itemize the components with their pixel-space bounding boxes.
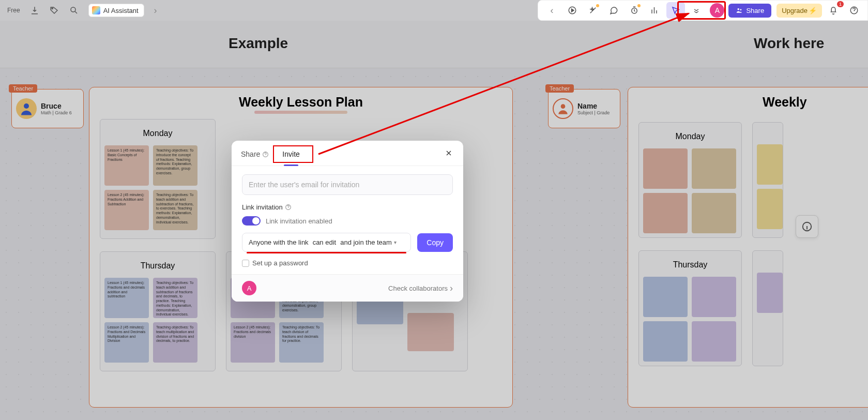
- toggle-label: Link invitation enabled: [266, 217, 332, 225]
- tag-icon[interactable]: [46, 2, 63, 19]
- user-avatar[interactable]: A: [710, 3, 724, 18]
- help-icon[interactable]: [845, 2, 863, 19]
- link-invitation-label: Link invitation: [242, 203, 453, 211]
- access-join: and join the team: [340, 238, 392, 246]
- comment-icon[interactable]: [604, 2, 623, 19]
- help-circle-icon: [285, 204, 292, 211]
- check-collaborators-label: Check collaborators: [388, 284, 448, 292]
- tab-share-label: Share: [241, 150, 260, 158]
- svg-point-4: [738, 8, 740, 10]
- play-icon[interactable]: [563, 2, 582, 19]
- svg-point-5: [740, 9, 742, 10]
- link-access-dropdown[interactable]: Anyone with the link can edit and join t…: [242, 233, 411, 252]
- chevron-left-icon[interactable]: ‹: [542, 2, 561, 19]
- chevron-right-icon: ›: [450, 283, 453, 294]
- lightning-icon: ⚡: [809, 7, 817, 14]
- share-button-label: Share: [746, 7, 764, 14]
- invite-email-input[interactable]: [242, 174, 453, 195]
- notification-badge: 1: [837, 1, 844, 7]
- free-badge: Free: [4, 6, 23, 15]
- ai-assistant-label: AI Assistant: [103, 7, 139, 14]
- annotation-access-underline: [247, 252, 406, 253]
- search-icon[interactable]: [66, 2, 82, 19]
- link-invitation-toggle[interactable]: [242, 216, 261, 226]
- access-permission: can edit: [313, 238, 337, 246]
- tab-invite-label: Invite: [282, 150, 299, 158]
- svg-point-1: [71, 7, 75, 12]
- help-circle-icon: [262, 151, 269, 158]
- chevron-right-icon[interactable]: ›: [147, 2, 164, 19]
- share-button[interactable]: Share: [728, 4, 771, 18]
- collapse-icon[interactable]: [687, 2, 706, 19]
- notifications-button[interactable]: 1: [824, 2, 843, 19]
- share-invite-modal: Share Invite Link invitation Link invita…: [232, 141, 463, 302]
- ai-logo-icon: [92, 6, 100, 14]
- check-collaborators-link[interactable]: Check collaborators ›: [388, 283, 453, 294]
- ai-assistant-button[interactable]: AI Assistant: [88, 4, 144, 17]
- svg-point-0: [52, 8, 53, 9]
- copy-link-button[interactable]: Copy: [417, 233, 453, 252]
- upgrade-label: Upgrade: [782, 7, 808, 14]
- password-checkbox[interactable]: [242, 260, 249, 267]
- close-icon[interactable]: [443, 147, 455, 159]
- password-label: Set up a password: [252, 259, 308, 267]
- cursor-tool-icon[interactable]: [666, 2, 685, 19]
- access-anyone: Anyone with the link: [249, 238, 309, 246]
- collaborator-avatar: A: [242, 281, 256, 295]
- upgrade-button[interactable]: Upgrade ⚡: [776, 4, 822, 18]
- timer-icon[interactable]: [625, 2, 644, 19]
- wand-icon[interactable]: [584, 2, 602, 19]
- download-icon[interactable]: [26, 2, 43, 19]
- chart-icon[interactable]: [646, 2, 664, 19]
- tab-invite[interactable]: Invite: [282, 148, 299, 166]
- tab-share[interactable]: Share: [241, 148, 269, 166]
- chevron-down-icon: ▾: [394, 239, 397, 245]
